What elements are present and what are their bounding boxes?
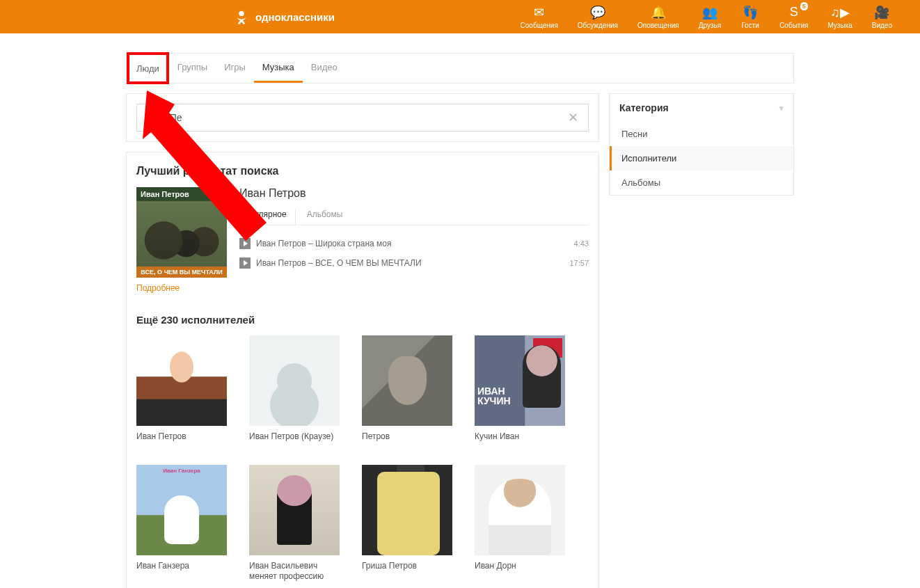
video-icon: 🎥 (872, 5, 891, 20)
artist-card[interactable]: Гриша Петров (362, 465, 452, 582)
nav-label: Музыка (827, 22, 852, 29)
artist-card[interactable]: Иван Петров (Краузе) (249, 335, 340, 443)
cat-albums[interactable]: Альбомы (610, 170, 793, 195)
artist-thumb (249, 335, 340, 426)
track-title: Иван Петров – Широка страна моя (256, 239, 569, 248)
brand-text: одноклассники (255, 11, 335, 23)
tab-groups[interactable]: Группы (169, 54, 216, 83)
artist-thumb (362, 335, 452, 426)
album-top-label: Иван Петров (136, 187, 227, 201)
tab-people[interactable]: Люди (127, 52, 169, 84)
best-result-heading: Лучший результат поиска (136, 165, 589, 177)
events-badge: 5 (800, 2, 808, 10)
ok-logo-icon (233, 8, 250, 25)
search-box: ✕ (126, 93, 599, 142)
artist-card[interactable]: Иван Дорн (475, 465, 565, 582)
best-album-card[interactable]: Иван Петров ВСЕ, О ЧЕМ ВЫ МЕЧТАЛИ Подроб… (136, 187, 227, 293)
nav-friends[interactable]: 👥 Друзья (699, 5, 721, 29)
artist-name: Иван Дорн (475, 561, 565, 572)
artist-grid: Иван Петров Иван Петров (Краузе) Петров … (136, 335, 589, 582)
mail-icon: ✉ (530, 5, 549, 20)
top-nav: ✉ Сообщения 💬 Обсуждения 🔔 Оповещения 👥 … (521, 5, 892, 29)
cat-songs[interactable]: Песни (610, 122, 793, 146)
svg-point-0 (239, 11, 244, 16)
artist-card[interactable]: Иван Васильевич меняет профессию (249, 465, 340, 582)
artist-name: Иван Петров (Краузе) (249, 431, 340, 443)
artist-name: Гриша Петров (362, 561, 452, 572)
cat-artists[interactable]: Исполнители (610, 146, 793, 170)
nav-label: Видео (872, 22, 892, 29)
music-play-icon: ♫▶ (830, 5, 850, 20)
track-row[interactable]: Иван Петров – ВСЕ, О ЧЕМ ВЫ МЕЧТАЛИ 17:5… (239, 253, 589, 273)
tab-video[interactable]: Видео (303, 54, 346, 83)
album-bottom-label: ВСЕ, О ЧЕМ ВЫ МЕЧТАЛИ (136, 267, 227, 278)
artist-name: Петров (362, 431, 452, 443)
artist-card[interactable]: Кучин Иван (475, 335, 565, 443)
artist-card[interactable]: Иван Ганзера Иван Ганзера (136, 465, 227, 582)
artist-thumb (475, 465, 565, 555)
chevron-down-icon: ▾ (779, 104, 784, 113)
nav-label: Друзья (699, 22, 721, 29)
nav-video[interactable]: 🎥 Видео (872, 5, 892, 29)
nav-label: Сообщения (521, 22, 558, 29)
track-title: Иван Петров – ВСЕ, О ЧЕМ ВЫ МЕЧТАЛИ (256, 258, 564, 268)
artist-card[interactable]: Петров (362, 335, 452, 443)
artist-thumb (362, 465, 452, 555)
search-input[interactable] (144, 112, 565, 123)
artist-subtabs: Популярное Альбомы (239, 209, 589, 225)
album-art: Иван Петров ВСЕ, О ЧЕМ ВЫ МЕЧТАЛИ (136, 187, 227, 278)
nav-music[interactable]: ♫▶ Музыка (827, 5, 852, 29)
search-tabs: Люди Группы Игры Музыка Видео (126, 53, 794, 84)
top-bar: одноклассники ✉ Сообщения 💬 Обсуждения 🔔… (0, 0, 920, 33)
tab-music[interactable]: Музыка (254, 54, 303, 83)
artist-name: Иван Петров (136, 431, 227, 443)
nav-guests[interactable]: 👣 Гости (740, 5, 760, 29)
nav-events[interactable]: S5 События (779, 5, 808, 29)
nav-notifications[interactable]: 🔔 Оповещения (637, 5, 679, 29)
clear-search-icon[interactable]: ✕ (565, 107, 581, 128)
nav-label: Гости (741, 22, 759, 29)
guests-icon: 👣 (740, 5, 760, 20)
tab-games[interactable]: Игры (216, 54, 254, 83)
artist-thumb (249, 465, 340, 555)
track-duration: 17:57 (569, 259, 589, 267)
subtab-albums[interactable]: Альбомы (301, 209, 351, 225)
nav-label: События (779, 22, 808, 29)
track-row[interactable]: Иван Петров – Широка страна моя 4:43 (239, 234, 589, 253)
nav-label: Обсуждения (578, 22, 618, 29)
artist-thumb (475, 335, 565, 426)
category-panel: Категория ▾ Песни Исполнители Альбомы (609, 93, 794, 196)
nav-messages[interactable]: ✉ Сообщения (521, 5, 558, 29)
play-icon[interactable] (239, 238, 251, 249)
artist-name: Кучин Иван (475, 431, 565, 443)
nav-label: Оповещения (637, 22, 679, 29)
play-icon[interactable] (239, 257, 251, 269)
nav-discussions[interactable]: 💬 Обсуждения (578, 5, 618, 29)
subtab-popular[interactable]: Популярное (239, 209, 296, 225)
category-heading[interactable]: Категория ▾ (610, 94, 793, 122)
chat-icon: 💬 (588, 5, 608, 20)
artist-name: Иван Васильевич меняет профессию (249, 561, 340, 582)
more-details-link[interactable]: Подробнее (136, 283, 180, 293)
bell-icon: 🔔 (649, 5, 668, 20)
friends-icon: 👥 (700, 5, 720, 20)
events-icon: S5 (784, 5, 804, 20)
best-artist-name[interactable]: Иван Петров (239, 187, 589, 200)
more-artists-heading: Ещё 230 исполнителей (136, 314, 589, 326)
artist-name: Иван Ганзера (136, 561, 227, 572)
brand-logo[interactable]: одноклассники (233, 8, 335, 25)
artist-thumb: Иван Ганзера (136, 465, 227, 555)
track-duration: 4:43 (574, 239, 589, 248)
results-panel: Лучший результат поиска Иван Петров ВСЕ,… (126, 152, 599, 588)
artist-thumb (136, 335, 227, 426)
artist-card[interactable]: Иван Петров (136, 335, 227, 443)
